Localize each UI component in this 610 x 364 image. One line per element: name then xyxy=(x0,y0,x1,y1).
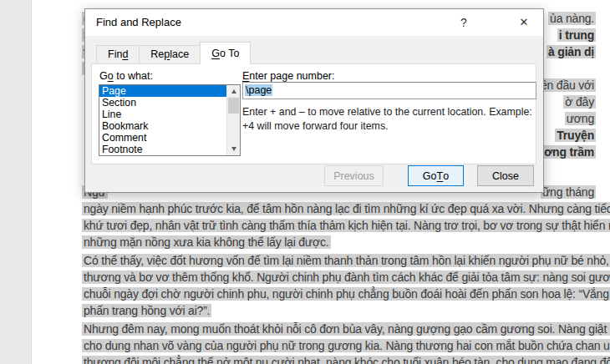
document-line[interactable]: khứ tươi đẹp, nhân vật trữ tình càng thấ… xyxy=(82,217,610,234)
tab-strip: Find Replace Go To xyxy=(96,41,250,64)
document-line[interactable]: những mặn nồng xưa kia không thể lấy lại… xyxy=(82,234,331,250)
go-to-what-item[interactable]: Page xyxy=(99,85,227,97)
scrollbar-thumb[interactable] xyxy=(228,98,239,114)
go-to-what-item[interactable]: Line xyxy=(99,109,227,120)
document-line[interactable]: ủa nàng. xyxy=(548,10,596,27)
enter-page-number-label: Enter page number: xyxy=(242,70,335,82)
listbox-scrollbar[interactable] xyxy=(226,85,240,155)
document-line[interactable]: Nhưng đêm nay, mong muốn thoát khỏi nỗi … xyxy=(82,321,610,337)
tab-find-label: Fin xyxy=(108,48,122,60)
go-to-what-item[interactable]: Comment xyxy=(99,132,227,144)
document-line[interactable]: ngày niềm hạnh phúc trước kia, để tâm hồ… xyxy=(82,200,610,217)
go-to-button[interactable]: Go To xyxy=(408,165,464,186)
previous-button[interactable]: Previous xyxy=(324,165,384,186)
input-selected-text: \page xyxy=(245,84,272,96)
document-line[interactable]: i trung xyxy=(557,27,596,43)
document-line[interactable]: ờ đây xyxy=(563,94,596,110)
go-to-tab-panel: Go to what: PageSectionLineBookmarkComme… xyxy=(91,63,536,164)
find-replace-dialog: Find and Replace ? ✕ Find Replace Go To … xyxy=(84,8,544,193)
go-to-what-listbox[interactable]: PageSectionLineBookmarkCommentFootnote xyxy=(99,84,241,156)
help-icon[interactable]: ? xyxy=(450,9,478,36)
document-line[interactable]: ơng trầm xyxy=(542,144,596,160)
document-line[interactable]: ững tháng xyxy=(541,184,596,200)
go-to-what-item[interactable]: Footnote xyxy=(99,144,227,155)
go-to-what-item[interactable]: Bookmark xyxy=(99,120,227,132)
document-line[interactable]: thương đôi môi chẳng thể nở một nụ cười … xyxy=(82,354,610,364)
page-number-input[interactable]: \page xyxy=(242,82,536,99)
document-line[interactable]: Có thể thấy, việc đốt hương vốn để tìm l… xyxy=(82,252,610,269)
document-line[interactable]: thương và bơ vơ thêm thống khổ. Người ch… xyxy=(82,269,610,286)
dialog-title-bar[interactable]: Find and Replace ? ✕ xyxy=(85,9,543,36)
tab-go-to[interactable]: Go To xyxy=(200,42,251,64)
go-to-help-text: Enter + and – to move relative to the cu… xyxy=(242,105,540,134)
tab-find[interactable]: Find xyxy=(96,45,140,64)
document-line[interactable]: Truyện xyxy=(555,127,596,144)
document-line[interactable]: phấn trang hồng với ai?”. xyxy=(82,302,211,319)
close-icon[interactable]: ✕ xyxy=(510,9,538,36)
tab-replace-label: Re xyxy=(150,48,164,60)
document-line[interactable]: à giản dị xyxy=(546,43,596,60)
document-line[interactable]: chuỗi ngày đợi chờ người chinh phu, ngườ… xyxy=(82,286,610,302)
close-button[interactable]: Close xyxy=(477,165,534,186)
document-line[interactable]: ền đầu với xyxy=(539,77,596,94)
go-to-what-label: Go to what: xyxy=(99,70,153,82)
go-to-what-item[interactable]: Section xyxy=(99,97,227,109)
document-line[interactable]: cho dung nhan võ vàng của người phụ nữ t… xyxy=(82,337,610,354)
dialog-title: Find and Replace xyxy=(96,9,181,36)
document-line[interactable]: ương xyxy=(565,110,596,127)
tab-replace[interactable]: Replace xyxy=(139,45,201,64)
go-to-what-list: PageSectionLineBookmarkCommentFootnote xyxy=(99,85,227,155)
chevron-up-icon[interactable] xyxy=(227,85,240,98)
chevron-down-icon[interactable] xyxy=(227,143,240,155)
